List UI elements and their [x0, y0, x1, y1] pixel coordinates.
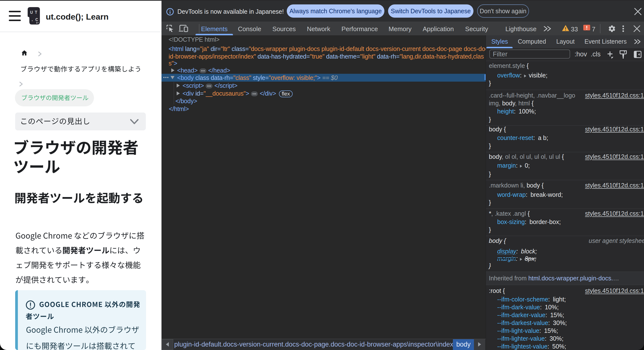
svg-text:UT: UT	[30, 10, 39, 15]
svg-text:.C: .C	[31, 17, 40, 23]
